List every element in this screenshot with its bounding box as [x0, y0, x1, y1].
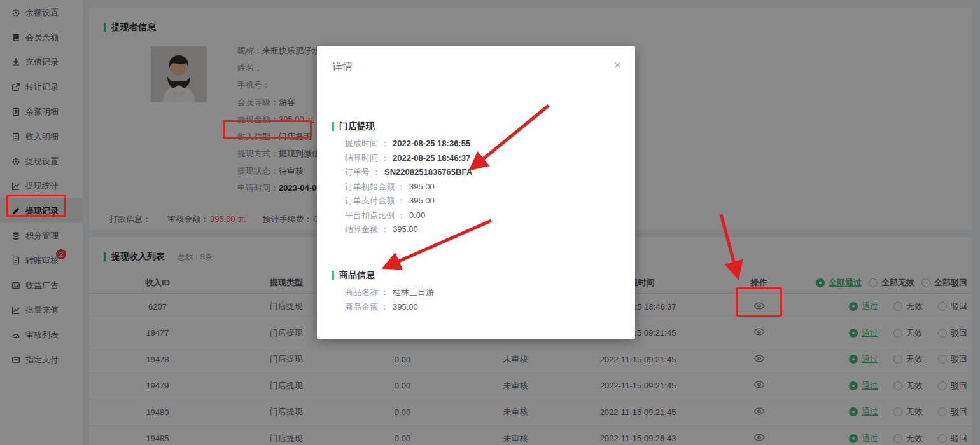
- modal-detail-row: 订单初始金额：395.00: [345, 180, 472, 195]
- detail-value: 0.00: [409, 210, 425, 220]
- modal-detail-row: 平台扣点比例：0.00: [345, 209, 472, 223]
- modal-detail-row: 订单支付金额：395.00: [345, 194, 472, 209]
- modal-detail-row: 商品金额：395.00: [345, 300, 434, 315]
- detail-colon: ：: [372, 167, 381, 177]
- detail-label: 结算金额: [345, 224, 378, 234]
- detail-value: 2022-08-25 18:36:55: [393, 139, 470, 148]
- detail-value: 395.00: [409, 182, 435, 191]
- modal-detail-rows: 商品名称：桂林三日游商品金额：395.00: [345, 285, 434, 314]
- detail-colon: ：: [397, 196, 405, 205]
- modal-section-title-text: 门店提现: [339, 121, 375, 132]
- detail-modal: 详情 × 门店提现提成时间：2022-08-25 18:36:55结算时间：20…: [317, 46, 635, 339]
- detail-colon: ：: [397, 210, 405, 220]
- detail-value: 桂林三日游: [393, 287, 434, 297]
- section-accent-bar: [332, 271, 334, 280]
- modal-detail-row: 结算时间：2022-08-25 18:46:37: [345, 151, 472, 166]
- modal-detail-rows: 提成时间：2022-08-25 18:36:55结算时间：2022-08-25 …: [345, 137, 472, 237]
- section-accent-bar: [332, 122, 334, 131]
- detail-colon: ：: [397, 182, 405, 191]
- detail-colon: ：: [381, 139, 389, 148]
- modal-detail-row: 商品名称：桂林三日游: [345, 285, 434, 300]
- detail-value: 395.00: [393, 224, 418, 234]
- detail-label: 结算时间: [345, 153, 378, 163]
- close-icon[interactable]: ×: [612, 57, 622, 72]
- modal-detail-row: 订单号：SN2208251836765BFA: [345, 165, 472, 180]
- modal-detail-row: 结算金额：395.00: [345, 222, 472, 237]
- modal-detail-row: 提成时间：2022-08-25 18:36:55: [345, 137, 472, 151]
- detail-colon: ：: [381, 302, 389, 312]
- modal-title: 详情: [332, 60, 353, 74]
- modal-section-title-text: 商品信息: [339, 270, 375, 281]
- detail-label: 商品金额: [345, 302, 378, 312]
- detail-value: 395.00: [409, 196, 435, 205]
- detail-label: 平台扣点比例: [345, 210, 395, 220]
- detail-label: 订单初始金额: [345, 182, 395, 191]
- detail-label: 订单号: [345, 167, 370, 177]
- detail-label: 订单支付金额: [345, 196, 395, 205]
- detail-value: SN2208251836765BFA: [384, 167, 472, 177]
- modal-section-title-2: 商品信息: [332, 270, 375, 281]
- detail-value: 2022-08-25 18:46:37: [393, 153, 470, 163]
- detail-value: 395.00: [393, 302, 418, 312]
- modal-section-title-1: 门店提现: [332, 121, 375, 132]
- detail-colon: ：: [381, 153, 389, 163]
- detail-label: 提成时间: [345, 139, 378, 148]
- detail-colon: ：: [381, 224, 389, 234]
- detail-colon: ：: [381, 287, 389, 297]
- detail-label: 商品名称: [345, 287, 378, 297]
